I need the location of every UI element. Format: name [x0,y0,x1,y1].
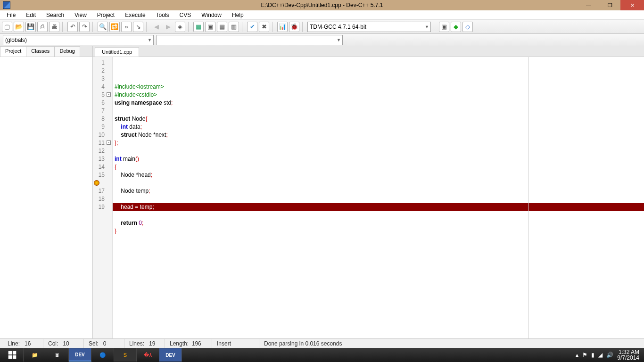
task-adobe[interactable]: �⅄ [137,348,159,362]
code-line[interactable]: head = temp; [113,203,644,211]
menu-tools[interactable]: Tools [151,11,174,19]
main-area: ProjectClassesDebug Untitled1.cpp 12345-… [0,46,644,338]
run-icon[interactable]: ▣ [205,22,215,32]
goto2-icon[interactable]: ◇ [462,22,473,32]
code-line[interactable]: #include<iostream> [115,83,644,91]
tray-wifi-icon[interactable]: ◢ [598,352,603,358]
editor-tab-untitled1[interactable]: Untitled1.cpp [95,47,139,57]
code-line[interactable]: }; [115,139,644,147]
gutter-line: 12 [93,147,111,155]
menu-execute[interactable]: Execute [120,11,150,19]
menu-file[interactable]: File [2,11,20,19]
code-view[interactable]: #include<iostream>#include<cstdio>using … [113,57,644,338]
menu-search[interactable]: Search [41,11,69,19]
compiler-value: TDM-GCC 4.7.1 64-bit [310,24,366,30]
open-file-icon[interactable]: 📂 [14,22,24,32]
gutter-line: 19 [93,203,111,211]
code-line[interactable]: #include<cstdio> [115,91,644,99]
task-calc[interactable]: 🖩 [46,348,69,362]
forward-icon[interactable]: ▶ [163,22,173,32]
code-line[interactable] [115,179,644,187]
task-devcpp2[interactable]: DEV [159,348,182,362]
side-tabs: ProjectClassesDebug [0,46,92,57]
gutter-line: 10 [93,131,111,139]
code-line[interactable]: int main() [115,155,644,163]
gutter-line: 3 [93,75,111,83]
gutter-line: 15 [93,171,111,179]
gutter-line: 18 [93,195,111,203]
side-tab-classes[interactable]: Classes [26,46,55,57]
line-gutter: 12345-67891011-12131415 171819 [93,57,113,338]
separator [146,22,149,32]
task-explorer[interactable]: 📁 [24,348,46,362]
tray-volume-icon[interactable]: 🔊 [606,352,613,358]
task-sublime[interactable]: S [114,348,137,362]
task-chrome[interactable]: 🔵 [91,348,114,362]
menu-window[interactable]: Window [197,11,226,19]
code-line[interactable]: using namespace std; [115,99,644,107]
print-icon[interactable]: 🖶 [49,22,59,32]
goto-icon[interactable]: ↘ [133,22,143,32]
new-file-icon[interactable]: ▢ [2,22,12,32]
gutter-line: 14 [93,163,111,171]
compiler-select[interactable]: TDM-GCC 4.7.1 64-bit ▼ [307,22,431,32]
status-mode: Insert [212,339,259,348]
gutter-line: 6 [93,99,111,107]
gutter-line: 5- [93,91,111,99]
task-devcpp[interactable]: DEV [69,348,91,362]
minimize-button[interactable]: — [578,0,599,10]
side-tab-debug[interactable]: Debug [54,46,80,57]
replace-icon[interactable]: 🔁 [109,22,120,32]
back-icon[interactable]: ◀ [151,22,162,32]
rebuild-icon[interactable]: ▥ [229,22,239,32]
start-button[interactable] [1,348,24,362]
clear-icon[interactable]: ✖ [259,22,269,32]
scope-select[interactable]: (globals) ▼ [3,35,154,45]
code-line[interactable] [115,147,644,155]
maximize-button[interactable]: ❐ [599,0,620,10]
editor-body[interactable]: 12345-67891011-12131415 171819 #include<… [93,57,644,338]
editor-area: Untitled1.cpp 12345-67891011-12131415 17… [93,46,644,338]
bookmark2-icon[interactable]: ◆ [451,22,461,32]
check-icon[interactable]: ✔ [247,22,257,32]
redo-icon[interactable]: ↷ [79,22,90,32]
tray-flag-icon[interactable]: ⚑ [582,352,587,358]
code-line[interactable] [115,211,644,219]
separator [434,22,436,32]
insert-icon[interactable]: ▣ [439,22,449,32]
code-line[interactable]: struct Node *next; [115,131,644,139]
code-line[interactable]: } [115,227,644,235]
menu-project[interactable]: Project [92,11,119,19]
compile-run-icon[interactable]: ▤ [217,22,227,32]
tray-network-icon[interactable]: ▮ [591,352,594,358]
tray-up-icon[interactable]: ▴ [576,352,578,358]
save-icon[interactable]: 💾 [25,22,36,32]
profile-icon[interactable]: 📊 [277,22,288,32]
debug-icon[interactable]: 🐞 [289,22,299,32]
chevron-down-icon: ▼ [148,38,152,42]
menu-edit[interactable]: Edit [21,11,41,19]
bookmark-icon[interactable]: ◈ [175,22,185,32]
menu-cvs[interactable]: CVS [175,11,196,19]
code-line[interactable] [115,107,644,115]
menu-view[interactable]: View [70,11,91,19]
code-line[interactable] [115,195,644,203]
code-line[interactable]: return 0; [115,219,644,227]
code-line[interactable]: struct Node{ [115,115,644,123]
gutter-line: 4 [93,83,111,91]
code-line[interactable]: Node temp; [115,187,644,195]
close-button[interactable]: ✕ [620,0,644,10]
code-line[interactable]: { [115,163,644,171]
status-parse: Done parsing in 0.016 seconds [259,339,641,348]
code-line[interactable]: Node *head; [115,171,644,179]
menu-help[interactable]: Help [227,11,248,19]
compile-icon[interactable]: ▦ [193,22,204,32]
tray-clock[interactable]: 1:32 AM 9/7/2014 [617,349,639,361]
undo-icon[interactable]: ↶ [67,22,78,32]
member-select[interactable]: ▼ [157,35,343,45]
side-tab-project[interactable]: Project [0,46,26,57]
save-all-icon[interactable]: ⎙ [37,22,48,32]
find-icon[interactable]: 🔍 [98,22,108,32]
code-line[interactable]: int data; [115,123,644,131]
find-next-icon[interactable]: » [121,22,132,32]
